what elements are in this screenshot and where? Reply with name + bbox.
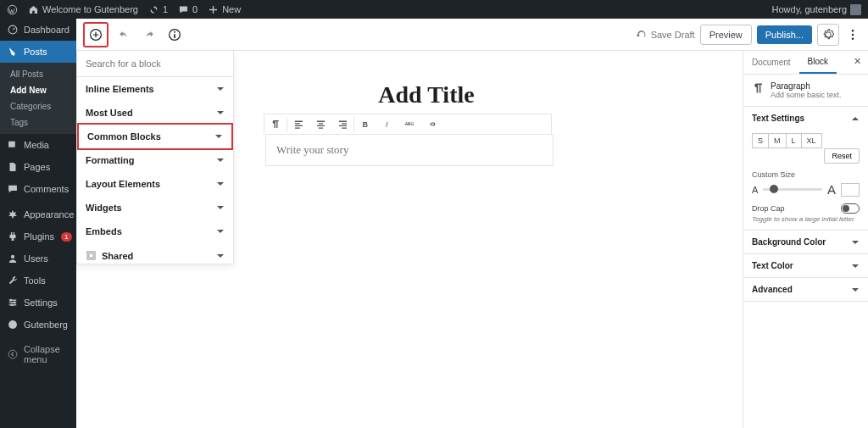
panel-title: Text Color <box>752 261 793 270</box>
cat-inline-elements[interactable]: Inline Elements <box>77 77 233 101</box>
block-category-list[interactable]: Inline Elements Most Used Common Blocks … <box>77 77 233 264</box>
svg-point-9 <box>8 320 17 329</box>
background-color-panel[interactable]: Background Color <box>743 231 868 254</box>
svg-rect-19 <box>89 253 93 258</box>
howdy-text: Howdy, gutenberg <box>772 4 847 14</box>
tab-document[interactable]: Document <box>743 51 799 74</box>
advanced-panel[interactable]: Advanced <box>743 278 868 302</box>
italic-button[interactable]: I <box>376 115 398 134</box>
align-center-button[interactable] <box>309 115 331 134</box>
block-search-input[interactable] <box>86 58 225 69</box>
text-color-panel[interactable]: Text Color <box>743 254 868 278</box>
tab-block[interactable]: Block <box>799 51 837 74</box>
close-settings-button[interactable]: ✕ <box>854 56 861 67</box>
size-s-button[interactable]: S <box>752 133 769 148</box>
cat-widgets[interactable]: Widgets <box>77 196 233 220</box>
panel-title: Advanced <box>752 285 793 294</box>
chevron-down-icon <box>216 252 225 260</box>
bold-button[interactable]: B <box>354 115 376 134</box>
redo-button[interactable] <box>139 25 159 45</box>
sidebar-item-media[interactable]: Media <box>0 134 76 156</box>
font-size-slider[interactable] <box>763 188 822 191</box>
updates-link[interactable]: 1 <box>148 4 168 15</box>
sidebar-sub-tags[interactable]: Tags <box>0 114 76 131</box>
publish-button[interactable]: Publish... <box>757 25 812 44</box>
reset-size-button[interactable]: Reset <box>824 148 860 164</box>
paragraph-block[interactable]: Write your story <box>265 134 554 166</box>
cat-layout-elements[interactable]: Layout Elements <box>77 172 233 196</box>
new-content-link[interactable]: New <box>208 4 241 15</box>
link-button[interactable] <box>420 115 442 134</box>
cat-label: Formatting <box>86 155 134 165</box>
add-block-button[interactable] <box>86 25 106 45</box>
svg-point-7 <box>14 302 16 304</box>
save-draft-button[interactable]: Save Draft <box>636 29 695 41</box>
svg-rect-14 <box>174 34 175 38</box>
small-a-icon: A <box>752 185 758 195</box>
text-settings-toggle[interactable]: Text Settings <box>752 114 860 123</box>
sidebar-item-label: Dashboard <box>24 25 70 35</box>
size-m-button[interactable]: M <box>768 133 787 148</box>
align-right-button[interactable] <box>331 115 353 134</box>
sidebar-item-gutenberg[interactable]: Gutenberg <box>0 314 76 336</box>
block-description-panel: Paragraph Add some basic text. <box>743 75 868 107</box>
dropcap-toggle[interactable] <box>841 203 860 214</box>
sidebar-item-label: Posts <box>24 47 47 57</box>
howdy-user-link[interactable]: Howdy, gutenberg <box>772 4 861 15</box>
slider-thumb[interactable] <box>770 185 778 193</box>
undo-button[interactable] <box>114 25 134 45</box>
sidebar-submenu-posts: All Posts Add New Categories Tags <box>0 63 76 134</box>
block-inserter-panel: Inline Elements Most Used Common Blocks … <box>76 51 234 264</box>
cat-most-used[interactable]: Most Used <box>77 101 233 125</box>
sidebar-sub-all-posts[interactable]: All Posts <box>0 66 76 82</box>
settings-toggle-button[interactable] <box>817 24 839 46</box>
block-description: Add some basic text. <box>771 91 842 99</box>
more-menu-button[interactable] <box>844 24 861 46</box>
cat-label: Shared <box>102 251 133 261</box>
sidebar-item-settings[interactable]: Settings <box>0 292 76 314</box>
cat-label: Inline Elements <box>86 84 154 94</box>
content-info-button[interactable] <box>164 25 185 45</box>
cat-embeds[interactable]: Embeds <box>77 220 233 243</box>
large-a-icon: A <box>827 182 836 197</box>
site-name: Welcome to Gutenberg <box>42 4 138 14</box>
font-size-presets: S M L XL <box>752 133 860 148</box>
sidebar-item-dashboard[interactable]: Dashboard <box>0 19 76 41</box>
size-l-button[interactable]: L <box>786 133 802 148</box>
sidebar-item-label: Settings <box>24 297 58 308</box>
post-title-input[interactable]: Add Title <box>378 81 474 108</box>
cat-shared[interactable]: Shared <box>77 243 233 264</box>
sidebar-item-label: Comments <box>24 184 69 194</box>
sidebar-item-plugins[interactable]: Plugins1 <box>0 225 76 247</box>
sidebar-sub-categories[interactable]: Categories <box>0 98 76 114</box>
sidebar-sub-add-new[interactable]: Add New <box>0 82 76 98</box>
cat-common-blocks[interactable]: Common Blocks <box>77 123 233 150</box>
sidebar-item-appearance[interactable]: Appearance <box>0 203 76 225</box>
sidebar-item-pages[interactable]: Pages <box>0 156 76 178</box>
site-home-link[interactable]: Welcome to Gutenberg <box>28 4 138 15</box>
sidebar-item-tools[interactable]: Tools <box>0 270 76 292</box>
svg-text:ABC: ABC <box>404 121 414 126</box>
paragraph-block-icon[interactable] <box>264 115 287 134</box>
sidebar-collapse[interactable]: Collapse menu <box>0 339 76 370</box>
admin-sidebar: Dashboard Posts All Posts Add New Catego… <box>0 19 76 428</box>
cat-formatting[interactable]: Formatting <box>77 148 233 172</box>
preview-button[interactable]: Preview <box>700 25 752 45</box>
sidebar-item-comments[interactable]: Comments <box>0 178 76 200</box>
chevron-down-icon <box>216 227 225 236</box>
font-size-input[interactable] <box>841 183 860 197</box>
svg-point-13 <box>174 31 175 32</box>
cat-label: Embeds <box>86 226 122 236</box>
chevron-down-icon <box>214 132 223 141</box>
sidebar-item-label: Collapse menu <box>24 344 70 364</box>
block-search[interactable] <box>77 51 233 77</box>
strikethrough-button[interactable]: ABC <box>398 115 420 134</box>
sidebar-item-posts[interactable]: Posts <box>0 41 76 63</box>
comments-link[interactable]: 0 <box>178 4 198 15</box>
chevron-down-icon <box>851 238 860 247</box>
size-xl-button[interactable]: XL <box>801 133 822 148</box>
sidebar-item-users[interactable]: Users <box>0 247 76 270</box>
align-left-button[interactable] <box>287 115 309 134</box>
sidebar-item-label: Appearance <box>24 209 74 220</box>
wordpress-logo-icon[interactable] <box>7 4 18 15</box>
